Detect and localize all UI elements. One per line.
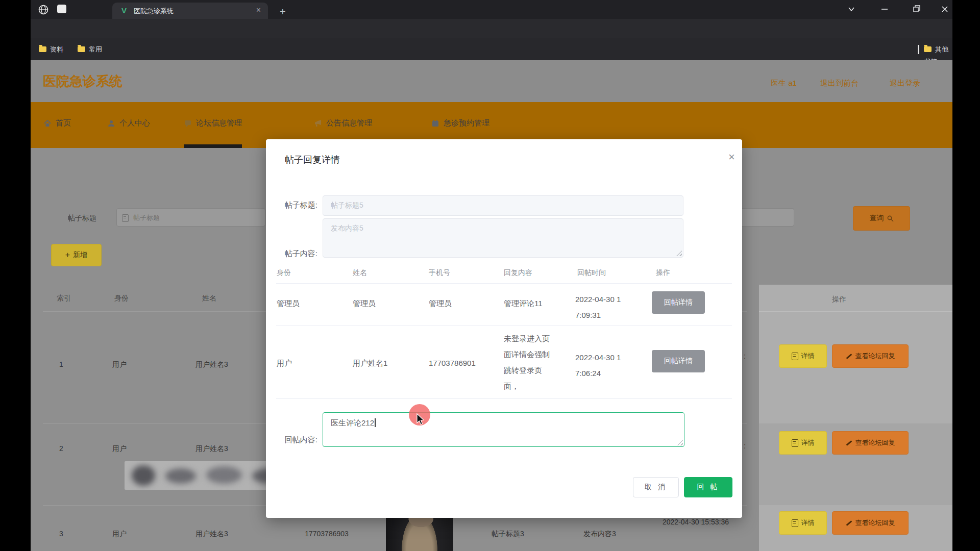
exit-to-front-link[interactable]: 退出到前台	[820, 79, 859, 88]
window-close-button[interactable]	[933, 0, 957, 19]
pencil-icon	[846, 520, 852, 526]
plus-icon: +	[65, 251, 70, 260]
browser-tab-bar: V 医院急诊系统 × +	[31, 0, 952, 19]
mcol-content: 回复内容	[504, 268, 532, 278]
person-icon	[107, 119, 115, 128]
folder-icon	[924, 46, 932, 52]
resize-handle[interactable]	[676, 251, 682, 256]
nav-item-forum-management[interactable]: 论坛信息管理	[184, 102, 242, 148]
add-button[interactable]: + 新增	[51, 244, 102, 266]
document-icon	[792, 353, 798, 360]
logout-link[interactable]: 退出登录	[890, 79, 920, 88]
dialog-table-divider	[276, 283, 732, 284]
bookmark-divider	[918, 45, 919, 54]
post-title-field[interactable]: 帖子标题5	[323, 195, 683, 216]
bookmark-folder-zila[interactable]: 资料	[39, 43, 63, 56]
letterbox-left	[0, 0, 31, 551]
mcell-time: 2022-04-30 17:06:24	[575, 349, 622, 381]
home-icon	[43, 119, 52, 128]
time-fragment: :	[744, 352, 746, 360]
reply-content-textarea[interactable]: 医生评论212	[323, 412, 684, 447]
search-icon	[887, 215, 894, 222]
tab-close-icon[interactable]: ×	[256, 6, 261, 15]
cell-index: 1	[54, 360, 69, 368]
current-user-link[interactable]: 医生 a1	[771, 79, 797, 88]
col-header-action: 操作	[832, 295, 846, 304]
mcell-content: 未登录进入页面详情会强制跳转登录页面，	[504, 331, 552, 394]
mcell-phone: 17703786901	[429, 359, 476, 367]
letterbox-right	[952, 0, 980, 551]
detail-button[interactable]: 详情	[779, 431, 827, 455]
mcell-phone: 管理员	[429, 299, 452, 309]
dialog-title: 帖子回复详情	[285, 154, 340, 166]
dialog-table-divider	[276, 325, 732, 326]
forum-icon	[184, 119, 192, 128]
cell-identity: 用户	[99, 360, 140, 369]
search-title-input[interactable]: 帖子标题	[116, 208, 265, 227]
appointment-icon	[431, 119, 439, 128]
tab-title: 医院急诊系统	[134, 7, 174, 16]
cell-name: 用户姓名3	[179, 530, 245, 539]
mcol-name: 姓名	[353, 268, 367, 278]
view-forum-reply-button[interactable]: 查看论坛回复	[832, 431, 909, 455]
window-restore-button[interactable]	[904, 0, 928, 19]
app-header: 医院急诊系统 医生 a1 退出到前台 退出登录	[31, 60, 952, 102]
mcell-identity: 管理员	[277, 299, 300, 309]
document-icon	[792, 519, 798, 527]
tab-preview-icon[interactable]	[57, 5, 66, 13]
mcol-action: 操作	[656, 268, 670, 278]
mcol-identity: 身份	[277, 268, 291, 278]
other-bookmarks[interactable]: 其他书签	[924, 43, 952, 56]
reply-detail-button[interactable]: 回帖详情	[652, 350, 705, 372]
nav-item-home[interactable]: 首页	[43, 102, 71, 144]
announcement-icon	[314, 119, 322, 128]
resize-handle[interactable]	[677, 440, 683, 445]
nav-item-emergency-appointment[interactable]: 急诊预约管理	[431, 102, 489, 144]
col-header-identity: 身份	[114, 294, 129, 303]
window-minimize-button[interactable]	[873, 0, 896, 19]
profile-globe-icon[interactable]	[38, 4, 49, 15]
dialog-close-icon[interactable]: ×	[728, 151, 735, 164]
mcol-time: 回帖时间	[577, 268, 606, 278]
cancel-button[interactable]: 取 消	[633, 477, 679, 497]
browser-window: V 医院急诊系统 × + ← → i localhost:8081/#/foru…	[31, 0, 952, 551]
time-fragment: :	[744, 442, 746, 450]
nav-item-announcement-management[interactable]: 公告信息管理	[314, 102, 372, 144]
browser-tab[interactable]: V 医院急诊系统 ×	[112, 3, 268, 19]
post-photo[interactable]	[386, 516, 453, 551]
cell-post-title: 帖子标题3	[475, 530, 541, 539]
query-button[interactable]: 查询	[853, 206, 910, 231]
reply-content-label: 回帖内容:	[268, 435, 317, 445]
view-forum-reply-button[interactable]: 查看论坛回复	[832, 511, 909, 535]
cell-name: 用户姓名3	[179, 360, 245, 369]
reply-detail-button[interactable]: 回帖详情	[652, 291, 705, 314]
vue-favicon: V	[121, 6, 127, 15]
view-forum-reply-button[interactable]: 查看论坛回复	[832, 344, 909, 368]
col-header-name: 姓名	[202, 294, 216, 303]
folder-icon	[78, 46, 85, 52]
browser-toolbar: ← → i localhost:8081/#/forum ☆	[31, 19, 952, 38]
reply-text: 医生评论212	[331, 418, 376, 428]
post-content-field[interactable]: 发布内容5	[323, 218, 683, 258]
submit-reply-button[interactable]: 回 帖	[684, 477, 732, 497]
cell-post-content: 发布内容3	[567, 530, 633, 539]
detail-button[interactable]: 详情	[779, 511, 827, 535]
post-reply-dialog: 帖子回复详情 × 帖子标题: 帖子标题5 帖子内容: 发布内容5 身份 姓名 手…	[266, 139, 742, 518]
document-icon	[792, 439, 798, 447]
mcol-phone: 手机号	[429, 268, 450, 278]
cell-index: 2	[54, 444, 69, 453]
nav-item-profile[interactable]: 个人中心	[107, 102, 150, 144]
bookmark-folder-changyong[interactable]: 常用	[78, 43, 102, 56]
app-brand-title: 医院急诊系统	[43, 72, 122, 90]
col-header-index: 索引	[57, 294, 71, 303]
post-title-label: 帖子标题:	[268, 201, 317, 210]
web-page: 医院急诊系统 医生 a1 退出到前台 退出登录 首页 个人中心 论坛信息管理 公…	[31, 60, 952, 551]
detail-button[interactable]: 详情	[779, 344, 827, 368]
cell-identity: 用户	[99, 444, 140, 454]
window-chevron-button[interactable]	[840, 0, 863, 19]
cell-phone: 17703786903	[293, 530, 360, 538]
mcell-identity: 用户	[277, 359, 292, 368]
search-label: 帖子标题	[68, 214, 96, 223]
table-divider	[759, 311, 952, 312]
pencil-icon	[846, 354, 852, 359]
